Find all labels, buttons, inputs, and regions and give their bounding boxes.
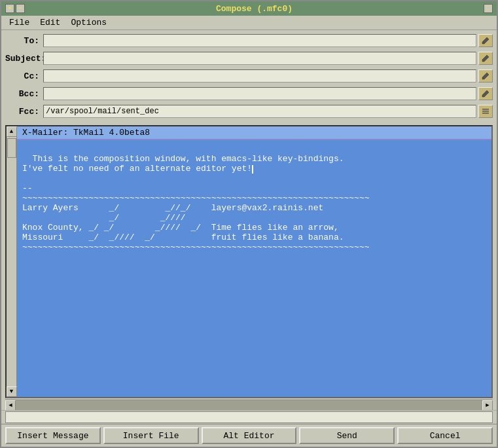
cc-label: Cc: [5, 71, 43, 81]
fcc-button[interactable] [478, 105, 493, 118]
subject-input[interactable] [43, 52, 476, 65]
subject-row: Subject: [5, 50, 493, 66]
fcc-input[interactable] [43, 105, 476, 118]
menubar: File Edit Options [1, 16, 497, 30]
insert-file-button[interactable]: Insert File [103, 427, 199, 444]
pencil-icon [482, 37, 489, 45]
scroll-left-button[interactable]: ◀ [5, 400, 16, 411]
cancel-button[interactable]: Cancel [397, 427, 493, 444]
status-bar [1, 410, 497, 424]
window-title: Compose (.mfc0) [25, 4, 484, 14]
subject-label: Subject: [5, 54, 43, 64]
cc-input[interactable] [43, 69, 476, 83]
compose-window: × − Compose (.mfc0) □ File Edit Options … [0, 0, 498, 448]
fcc-label: Fcc: [5, 107, 43, 117]
bottom-buttons: Insert Message Insert File Alt Editor Se… [1, 424, 497, 447]
vertical-scrollbar: ▲ ▼ [7, 126, 17, 397]
cc-button[interactable] [478, 69, 493, 83]
fields-area: To: Subject: Cc: Bcc: [1, 30, 497, 124]
bcc-label: Bcc: [5, 89, 43, 99]
insert-message-button[interactable]: Insert Message [5, 427, 101, 444]
bcc-row: Bcc: [5, 86, 493, 102]
scroll-thumb[interactable] [7, 138, 16, 158]
close-button[interactable]: × [5, 4, 14, 13]
pencil-icon [482, 54, 489, 62]
alt-editor-button[interactable]: Alt Editor [202, 427, 297, 444]
menu-options[interactable]: Options [65, 16, 112, 29]
text-cursor [252, 165, 253, 174]
bcc-button[interactable] [478, 87, 493, 100]
cc-row: Cc: [5, 68, 493, 84]
list-icon [482, 107, 489, 115]
pencil-icon [482, 72, 489, 80]
compose-body[interactable]: This is the composition window, with ema… [17, 140, 491, 397]
scroll-track[interactable] [16, 400, 482, 411]
to-button[interactable] [478, 34, 493, 47]
pencil-icon [482, 90, 489, 98]
scroll-right-button[interactable]: ▶ [482, 400, 493, 411]
titlebar: × − Compose (.mfc0) □ [1, 1, 497, 16]
status-input[interactable] [5, 411, 493, 423]
scroll-down-button[interactable]: ▼ [7, 386, 17, 397]
to-row: To: [5, 33, 493, 48]
subject-button[interactable] [478, 52, 493, 65]
bcc-input[interactable] [43, 87, 476, 100]
iconify-button[interactable]: − [16, 4, 25, 13]
fcc-row: Fcc: [5, 103, 493, 119]
to-input[interactable] [43, 34, 476, 47]
compose-area: ▲ ▼ X-Mailer: TkMail 4.0beta8 This is th… [5, 125, 493, 398]
menu-edit[interactable]: Edit [35, 16, 65, 29]
svg-rect-0 [482, 109, 489, 110]
menu-file[interactable]: File [4, 16, 35, 29]
compose-inner: X-Mailer: TkMail 4.0beta8 This is the co… [17, 126, 491, 397]
titlebar-left-controls: × − [5, 4, 25, 13]
xmailer-header: X-Mailer: TkMail 4.0beta8 [17, 126, 491, 140]
to-label: To: [5, 36, 43, 46]
send-button[interactable]: Send [299, 427, 395, 444]
titlebar-right-controls: □ [484, 4, 493, 13]
svg-rect-1 [482, 111, 489, 112]
horizontal-scrollbar: ◀ ▶ [5, 400, 493, 410]
maximize-button[interactable]: □ [484, 4, 493, 13]
scroll-up-button[interactable]: ▲ [7, 126, 17, 137]
svg-rect-2 [482, 113, 489, 114]
